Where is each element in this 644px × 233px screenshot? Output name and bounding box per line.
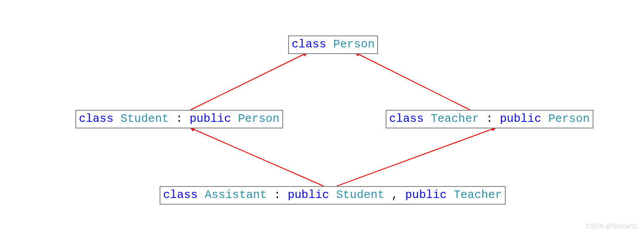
keyword-public: public (405, 188, 447, 202)
colon: : (176, 112, 183, 125)
watermark: CSDN @NuyoahC (586, 222, 638, 229)
keyword-class: class (389, 112, 424, 125)
type-name-base: Person (548, 112, 590, 125)
keyword-class: class (292, 38, 326, 51)
type-name-assistant: Assistant (205, 188, 267, 202)
arrow-student-to-person (191, 52, 308, 110)
keyword-class: class (79, 112, 113, 125)
class-box-assistant: class Assistant : public Student , publi… (160, 186, 506, 205)
type-name-base: Person (238, 112, 280, 125)
type-name-base1: Student (336, 188, 384, 202)
keyword-public: public (190, 112, 231, 125)
colon: : (486, 112, 493, 125)
type-name-base2: Teacher (453, 188, 502, 202)
type-name-teacher: Teacher (431, 112, 479, 125)
class-box-person: class Person (288, 35, 378, 54)
keyword-public: public (500, 112, 542, 125)
arrow-assistant-to-teacher (337, 128, 496, 186)
colon: : (274, 188, 281, 202)
arrow-teacher-to-person (355, 52, 470, 110)
keyword-public: public (288, 188, 329, 202)
type-name-student: Student (121, 112, 169, 125)
comma: , (391, 188, 398, 202)
class-box-student: class Student : public Person (75, 110, 283, 128)
type-name-person: Person (333, 38, 375, 51)
arrow-assistant-to-student (190, 128, 324, 186)
class-box-teacher: class Teacher : public Person (386, 110, 593, 128)
keyword-class: class (163, 188, 198, 202)
